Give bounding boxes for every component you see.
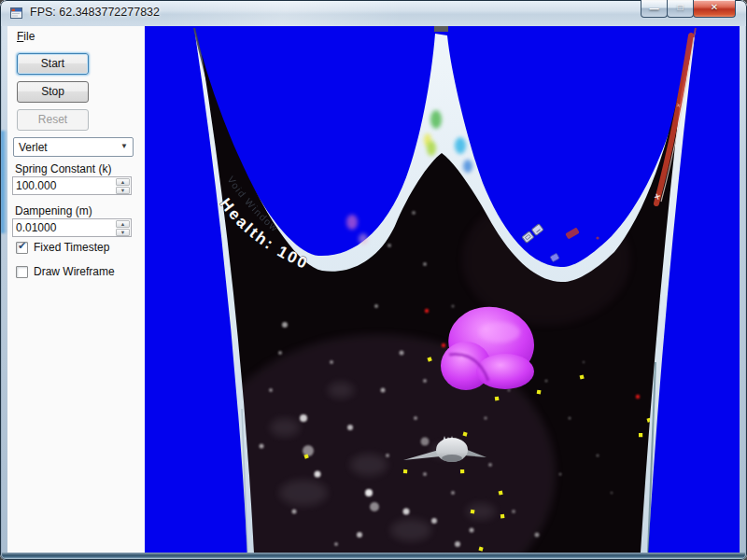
pin-cap <box>434 26 448 32</box>
star <box>282 322 288 328</box>
integrator-select[interactable]: Verlet ▼ <box>13 137 134 157</box>
spinner-down-icon[interactable]: ▼ <box>116 187 130 194</box>
star <box>386 454 389 457</box>
star <box>512 510 515 513</box>
star <box>423 262 427 266</box>
checkbox-box[interactable] <box>16 266 28 278</box>
stop-button[interactable]: Stop <box>17 81 89 103</box>
star-cluster <box>328 382 354 399</box>
fixed-timestep-label: Fixed Timestep <box>34 241 109 254</box>
app-window: FPS: 62.3483772277832 — □ ✕ File Start S… <box>0 0 747 560</box>
star <box>357 532 362 538</box>
app-icon <box>9 6 24 21</box>
dampening-spinners: ▲ ▼ <box>116 220 130 235</box>
spring-constant-label: Spring Constant (k) <box>15 162 111 175</box>
star <box>330 360 333 364</box>
close-button[interactable]: ✕ <box>693 0 736 18</box>
star <box>488 463 492 467</box>
star <box>431 518 437 524</box>
draw-wireframe-label: Draw Wireframe <box>34 265 115 278</box>
draw-wireframe-checkbox[interactable]: Draw Wireframe <box>16 265 115 278</box>
star-cluster <box>466 503 496 520</box>
render-viewport[interactable]: ✕ ✕ <box>145 26 740 553</box>
star <box>303 445 314 456</box>
star <box>597 455 599 457</box>
star <box>423 379 427 383</box>
star <box>403 509 410 515</box>
star <box>370 502 379 511</box>
yellow-particle <box>471 510 475 514</box>
star <box>374 304 378 308</box>
star <box>455 541 460 547</box>
star <box>365 220 370 225</box>
alert-dot <box>636 395 640 399</box>
dampening-stepper: ▲ ▼ <box>12 218 132 237</box>
control-panel: File Start Stop Reset Verlet ▼ Spring Co… <box>7 26 145 553</box>
spring-spinners: ▲ ▼ <box>116 178 130 193</box>
maximize-icon: □ <box>677 0 683 15</box>
star <box>452 305 455 308</box>
alert-dot <box>425 309 429 313</box>
fixed-timestep-checkbox[interactable]: ✔ Fixed Timestep <box>16 241 109 254</box>
frame-bottom-border <box>2 553 745 559</box>
star <box>269 388 273 392</box>
titlebar-sheen <box>168 0 560 26</box>
star <box>611 492 613 495</box>
caption-buttons: — □ ✕ <box>641 0 736 18</box>
cloth-window: ✕ ✕ <box>194 26 696 553</box>
maximize-button[interactable]: □ <box>667 0 694 18</box>
yellow-particle <box>495 397 500 401</box>
spring-constant-stepper: ▲ ▼ <box>12 176 132 195</box>
start-button[interactable]: Start <box>17 53 89 75</box>
frame-glow <box>1 131 7 233</box>
alert-dot <box>442 343 445 347</box>
star <box>334 542 338 546</box>
minimize-button[interactable]: — <box>641 0 668 18</box>
yellow-particle <box>639 433 642 437</box>
menu-bar: File <box>7 26 145 49</box>
star <box>412 211 416 215</box>
yellow-particle <box>403 469 407 473</box>
star <box>559 473 562 476</box>
integrator-value: Verlet <box>19 141 48 154</box>
titlebar[interactable]: FPS: 62.3483772277832 <box>0 0 747 26</box>
star <box>423 472 427 476</box>
star <box>414 416 417 420</box>
yellow-particle <box>537 390 542 395</box>
star-cluster <box>350 454 388 476</box>
star <box>365 489 373 497</box>
chevron-down-icon: ▼ <box>120 142 128 150</box>
star <box>421 438 430 446</box>
spinner-down-icon[interactable]: ▼ <box>116 229 130 236</box>
minimize-icon: — <box>650 2 659 17</box>
star <box>300 414 307 422</box>
spinner-up-icon[interactable]: ▲ <box>116 220 130 228</box>
spinner-up-icon[interactable]: ▲ <box>116 178 130 186</box>
star <box>583 361 585 363</box>
star-cluster <box>270 418 300 437</box>
close-icon: ✕ <box>711 0 718 15</box>
star-cluster <box>390 519 431 541</box>
star <box>388 244 391 247</box>
checkbox-box[interactable]: ✔ <box>16 242 28 254</box>
scene: ✕ ✕ <box>145 26 740 553</box>
star <box>278 351 282 355</box>
menu-file[interactable]: File <box>7 26 42 46</box>
star <box>315 471 321 478</box>
star <box>545 380 548 383</box>
dampening-input[interactable] <box>16 220 109 235</box>
star <box>508 389 511 392</box>
spring-constant-input[interactable] <box>16 178 109 193</box>
window-title: FPS: 62.3483772277832 <box>30 6 160 19</box>
reset-button[interactable]: Reset <box>17 109 89 131</box>
client-area: File Start Stop Reset Verlet ▼ Spring Co… <box>7 26 740 553</box>
star <box>400 351 404 356</box>
star <box>260 444 264 449</box>
star <box>347 425 353 430</box>
star <box>470 528 474 533</box>
star <box>569 417 571 420</box>
star-cluster <box>279 480 328 506</box>
yellow-particle <box>500 514 505 519</box>
checkmark-icon: ✔ <box>18 240 26 252</box>
star <box>484 416 487 420</box>
